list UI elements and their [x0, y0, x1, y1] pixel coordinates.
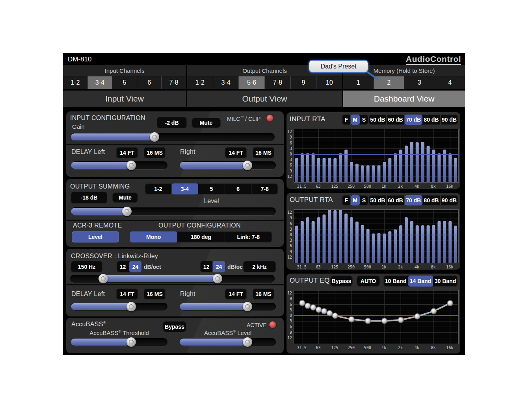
output-rta-title: OUTPUT RTA	[290, 196, 333, 204]
y-axis-tick: 6	[286, 141, 292, 145]
delay-right-label: Right	[180, 148, 195, 155]
output-channel-button-1-2[interactable]: 1-2	[187, 76, 213, 89]
output-rta-db-80-db[interactable]: 80 dB	[422, 195, 440, 205]
crossover-high-freq-box[interactable]: 2 kHz	[243, 261, 276, 272]
accubass-threshold-slider[interactable]	[71, 338, 167, 346]
input-channel-button-5[interactable]: 5	[112, 76, 137, 89]
y-axis-tick: 12	[286, 130, 292, 134]
accubass-level-slider[interactable]	[180, 338, 276, 346]
delay-left-slider-knob[interactable]	[126, 161, 136, 170]
summing-channel-3-4[interactable]: 3-4	[172, 183, 199, 194]
summing-channel-7-8[interactable]: 7-8	[251, 183, 278, 194]
tab-input-view[interactable]: Input View	[63, 91, 186, 107]
y-axis-tick: 12	[286, 291, 292, 295]
accubass-active-led	[269, 321, 276, 328]
summing-gain-box[interactable]: -18 dB	[71, 192, 107, 204]
output-channel-button-3-4[interactable]: 3-4	[213, 76, 239, 89]
summing-mute-button[interactable]: Mute	[112, 192, 138, 203]
input-rta-db-90-db[interactable]: 90 dB	[441, 115, 458, 125]
input-mute-button[interactable]: Mute	[192, 118, 221, 128]
delay-left-ft-box[interactable]: 14 FT	[116, 147, 138, 158]
summing-channel-1-2[interactable]: 1-2	[145, 183, 172, 194]
delay2-left-slider-knob[interactable]	[126, 302, 136, 311]
output-rta-fms-f[interactable]: F	[342, 195, 351, 205]
slider-fill	[71, 339, 131, 346]
input-rta-db-80-db[interactable]: 80 dB	[422, 115, 440, 125]
output-channel-button-7-8[interactable]: 7-8	[265, 76, 291, 89]
delay-left-slider[interactable]	[71, 161, 167, 169]
delay2-left-ft-box[interactable]: 14 FT	[116, 289, 138, 300]
output-config-mono[interactable]: Mono	[130, 231, 177, 242]
summing-channel-6[interactable]: 6	[225, 183, 252, 194]
eq-band-14-band[interactable]: 14 Band	[408, 276, 433, 287]
page-background: DM-810 AudioControl Input Channels Outpu…	[0, 0, 532, 407]
output-channel-button-10[interactable]: 10	[316, 76, 342, 89]
input-channel-button-6[interactable]: 6	[137, 76, 162, 89]
acr-level-button[interactable]: Level	[72, 231, 119, 242]
input-rta-db-70-db[interactable]: 70 dB	[405, 115, 422, 125]
delay2-left-slider[interactable]	[71, 303, 167, 311]
summing-channel-5[interactable]: 5	[198, 183, 225, 194]
crossover-low-slope-12[interactable]: 12	[117, 261, 129, 272]
summing-level-slider[interactable]	[71, 207, 276, 215]
delay2-right-ms-box[interactable]: 16 MS	[253, 289, 274, 300]
x-axis-tick: 4k	[409, 346, 425, 350]
eq-band-10-band[interactable]: 10 Band	[383, 276, 408, 287]
gain-value-box[interactable]: -2 dB	[157, 117, 187, 128]
input-rta-fms-s[interactable]: S	[360, 115, 368, 125]
x-axis-tick: 500	[360, 346, 376, 350]
output-rta-db-50-db[interactable]: 50 dB	[369, 195, 387, 205]
input-rta-db-60-db[interactable]: 60 dB	[387, 115, 404, 125]
accubass-level-slider-knob[interactable]	[243, 337, 252, 347]
delay2-left-ms-box[interactable]: 16 MS	[144, 289, 166, 300]
input-rta-fms-selector: FMS	[342, 115, 368, 125]
delay-right-slider[interactable]	[180, 161, 276, 169]
input-rta-fms-m[interactable]: M	[351, 115, 359, 125]
eq-auto-button[interactable]: AUTO	[357, 276, 380, 287]
crossover-high-slope-24[interactable]: 24	[213, 261, 225, 272]
crossover-range-slider[interactable]	[70, 275, 275, 283]
delay-right-slider-knob[interactable]	[243, 161, 252, 170]
eq-bypass-button[interactable]: Bypass	[330, 276, 353, 287]
output-rta-db-90-db[interactable]: 90 dB	[441, 195, 458, 205]
output-eq-title: OUTPUT EQ	[290, 277, 330, 285]
output-rta-fms-m[interactable]: M	[351, 195, 359, 205]
delay-left-ms-box[interactable]: 16 MS	[144, 147, 166, 158]
delay2-right-slider-knob[interactable]	[243, 302, 252, 311]
tab-dashboard-view[interactable]: Dashboard View	[343, 91, 465, 107]
crossover-range-slider-high-knob[interactable]	[213, 274, 222, 283]
output-config-link-7-8[interactable]: Link: 7-8	[225, 231, 272, 242]
crossover-low-freq-box[interactable]: 150 Hz	[71, 261, 102, 272]
x-axis-tick: 1k	[376, 346, 392, 350]
delay2-right-ft-box[interactable]: 14 FT	[225, 289, 247, 300]
input-rta-db-50-db[interactable]: 50 dB	[369, 115, 387, 125]
delay-right-ms-box[interactable]: 16 MS	[253, 147, 274, 158]
input-rta-fms-f[interactable]: F	[342, 115, 351, 125]
output-rta-db-60-db[interactable]: 60 dB	[387, 195, 404, 205]
memory-channel-button-4[interactable]: 4	[435, 76, 465, 89]
memory-channel-button-3[interactable]: 3	[404, 76, 435, 89]
delay-right-ft-box[interactable]: 14 FT	[225, 147, 247, 158]
delay2-right-slider[interactable]	[180, 303, 276, 311]
input-channel-button-7-8[interactable]: 7-8	[162, 76, 186, 89]
input-channel-button-1-2[interactable]: 1-2	[63, 76, 88, 89]
eq-band-30-band[interactable]: 30 Band	[433, 276, 458, 287]
tab-output-view[interactable]: Output View	[187, 91, 342, 107]
output-config-180-deg[interactable]: 180 deg	[177, 231, 225, 242]
slider-fill	[71, 208, 127, 215]
output-rta-db-70-db[interactable]: 70 dB	[405, 195, 422, 205]
output-rta-fms-s[interactable]: S	[360, 195, 368, 205]
crossover-high-slope-12[interactable]: 12	[200, 261, 213, 272]
output-channel-button-5-6[interactable]: 5-6	[239, 76, 265, 89]
accubass-threshold-slider-knob[interactable]	[126, 337, 136, 347]
crossover-range-slider-low-knob[interactable]	[99, 274, 108, 283]
x-axis-tick: 31.5	[294, 184, 310, 189]
summing-level-slider-knob[interactable]	[122, 207, 132, 216]
input-channel-button-3-4[interactable]: 3-4	[88, 76, 113, 89]
preset-name-callout[interactable]: Dad's Preset	[309, 60, 368, 73]
gain-slider[interactable]	[71, 133, 275, 141]
output-channel-button-9[interactable]: 9	[291, 76, 317, 89]
crossover-low-slope-24[interactable]: 24	[129, 261, 141, 272]
x-axis-tick: 4k	[409, 184, 425, 189]
gain-slider-knob[interactable]	[150, 132, 159, 142]
